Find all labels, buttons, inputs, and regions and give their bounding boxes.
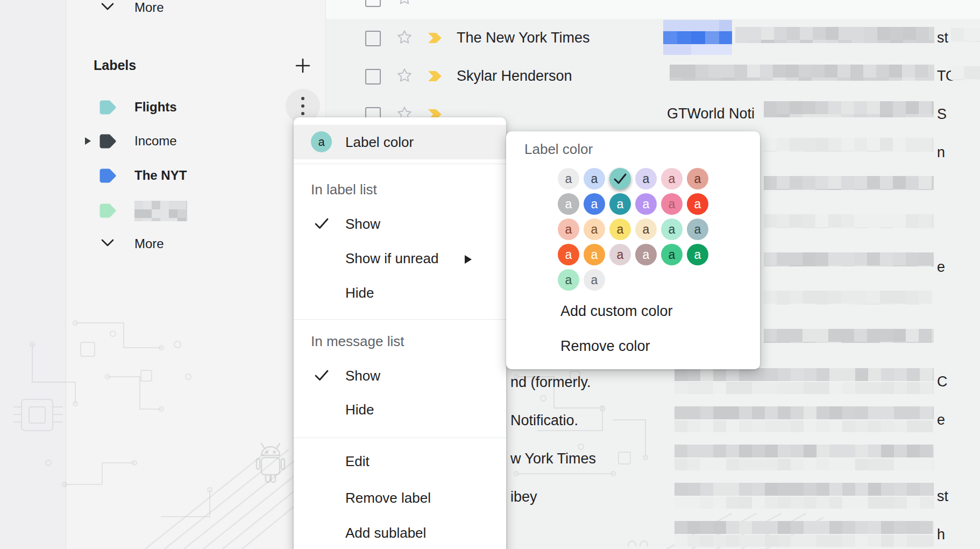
current-label-color-swatch: a bbox=[311, 131, 332, 152]
color-swatch[interactable]: a bbox=[609, 193, 631, 215]
redacted-snippet-block bbox=[735, 27, 934, 43]
email-subject-fragment: GTWorld Noti bbox=[667, 105, 755, 122]
redacted-snippet-block bbox=[674, 535, 934, 547]
color-swatch[interactable]: a bbox=[558, 269, 579, 291]
email-sender: The New York Times bbox=[457, 30, 590, 46]
color-swatch[interactable]: a bbox=[584, 193, 605, 215]
redacted-snippet-block bbox=[764, 214, 934, 228]
redacted-snippet-block bbox=[764, 176, 934, 190]
email-snippet-fragment: st bbox=[937, 488, 948, 505]
email-snippet-fragment: C bbox=[937, 374, 948, 390]
email-sender-fragment: ibey bbox=[510, 489, 537, 505]
remove-color-button[interactable]: Remove color bbox=[560, 338, 650, 355]
menu-item-edit[interactable]: Edit bbox=[345, 453, 370, 470]
email-snippet-fragment: st bbox=[937, 30, 948, 46]
email-snippet-fragment: e bbox=[937, 259, 945, 276]
redacted-snippet-block bbox=[674, 445, 934, 458]
email-snippet-fragment: e bbox=[937, 412, 945, 428]
star-icon[interactable] bbox=[396, 29, 413, 47]
email-snippet-fragment: h bbox=[937, 526, 945, 543]
redacted-snippet-block bbox=[764, 101, 934, 117]
menu-item-show[interactable]: Show bbox=[345, 216, 380, 233]
label-context-menu: a Label color In label listShowShow if u… bbox=[294, 117, 506, 549]
redacted-snippet-block bbox=[674, 382, 934, 394]
color-swatch[interactable]: a bbox=[584, 269, 605, 291]
redacted-snippet-block bbox=[951, 28, 980, 42]
color-swatch[interactable]: a bbox=[687, 193, 708, 215]
importance-marker-icon bbox=[427, 32, 443, 46]
color-swatch[interactable]: a bbox=[609, 244, 631, 265]
menu-item-remove-label[interactable]: Remove label bbox=[345, 490, 431, 506]
redacted-subject-block bbox=[663, 20, 732, 31]
row-checkbox[interactable] bbox=[365, 69, 381, 85]
submenu-arrow-icon bbox=[465, 255, 472, 266]
redacted-subject-block bbox=[663, 44, 732, 55]
email-sender-fragment: nd (formerly. bbox=[510, 374, 591, 391]
add-custom-color-button[interactable]: Add custom color bbox=[560, 303, 673, 320]
email-sender-fragment: Notificatio. bbox=[510, 412, 578, 429]
menu-item-show-if-unread[interactable]: Show if unread bbox=[345, 250, 438, 267]
redacted-snippet-block bbox=[674, 497, 934, 509]
label-color-menu-label[interactable]: Label color bbox=[345, 134, 414, 151]
color-swatch-selected[interactable] bbox=[609, 168, 631, 189]
redacted-snippet-block bbox=[764, 138, 934, 152]
redacted-snippet-block bbox=[674, 521, 934, 534]
submenu-title: Label color bbox=[524, 141, 593, 158]
row-checkbox[interactable] bbox=[365, 31, 381, 46]
color-swatch[interactable]: a bbox=[635, 193, 657, 215]
menu-divider bbox=[294, 438, 506, 438]
menu-item-add-sublabel[interactable]: Add sublabel bbox=[345, 525, 426, 541]
checkmark-icon bbox=[314, 217, 330, 231]
email-snippet-fragment: S bbox=[937, 106, 947, 123]
color-swatch[interactable]: a bbox=[558, 168, 579, 189]
color-swatch[interactable]: a bbox=[635, 244, 657, 265]
color-swatch[interactable]: a bbox=[661, 244, 683, 265]
menu-item-show[interactable]: Show bbox=[345, 368, 380, 384]
redacted-snippet-block bbox=[951, 66, 980, 80]
redacted-snippet-block bbox=[674, 483, 934, 496]
menu-divider bbox=[294, 164, 506, 164]
redacted-snippet-block bbox=[764, 252, 934, 266]
menu-section-header: In label list bbox=[311, 181, 377, 198]
color-swatch[interactable]: a bbox=[661, 219, 683, 240]
redacted-snippet-block bbox=[670, 65, 934, 81]
redacted-snippet-block bbox=[674, 459, 934, 470]
redacted-snippet-block bbox=[764, 291, 934, 305]
color-swatch[interactable]: a bbox=[584, 219, 605, 240]
redacted-snippet-block bbox=[764, 329, 934, 343]
star-icon[interactable] bbox=[396, 67, 413, 86]
checkmark-icon bbox=[314, 369, 330, 383]
color-swatch[interactable]: a bbox=[558, 219, 579, 240]
color-swatch[interactable]: a bbox=[687, 168, 708, 189]
label-color-submenu: Label color aaaaaaaaaaaaaaaaaaaaaaaaa Ad… bbox=[506, 131, 760, 369]
importance-marker-icon bbox=[427, 70, 443, 85]
color-swatch[interactable]: a bbox=[687, 244, 708, 265]
color-swatch[interactable]: a bbox=[687, 219, 708, 240]
redacted-snippet-block bbox=[674, 406, 934, 419]
menu-item-hide[interactable]: Hide bbox=[345, 285, 374, 301]
star-icon[interactable] bbox=[396, 0, 413, 8]
email-sender: Skylar Henderson bbox=[457, 68, 572, 85]
color-swatch[interactable]: a bbox=[584, 244, 605, 265]
redacted-subject-block bbox=[663, 31, 732, 44]
color-swatch[interactable]: a bbox=[609, 219, 631, 240]
email-sender-fragment: w York Times bbox=[510, 451, 596, 467]
color-swatch[interactable]: a bbox=[558, 244, 579, 265]
email-snippet-fragment: n bbox=[937, 144, 945, 161]
menu-item-hide[interactable]: Hide bbox=[345, 402, 374, 418]
color-swatch[interactable]: a bbox=[558, 193, 579, 215]
color-swatch[interactable]: a bbox=[635, 168, 657, 189]
row-checkbox[interactable] bbox=[365, 0, 381, 7]
redacted-snippet-block bbox=[674, 420, 934, 432]
color-swatch[interactable]: a bbox=[661, 193, 683, 215]
menu-section-header: In message list bbox=[311, 333, 404, 350]
color-swatch[interactable]: a bbox=[661, 168, 683, 189]
menu-divider bbox=[294, 319, 506, 320]
color-swatch[interactable]: a bbox=[635, 219, 657, 240]
color-swatch[interactable]: a bbox=[584, 168, 605, 189]
redacted-snippet-block bbox=[674, 368, 934, 381]
